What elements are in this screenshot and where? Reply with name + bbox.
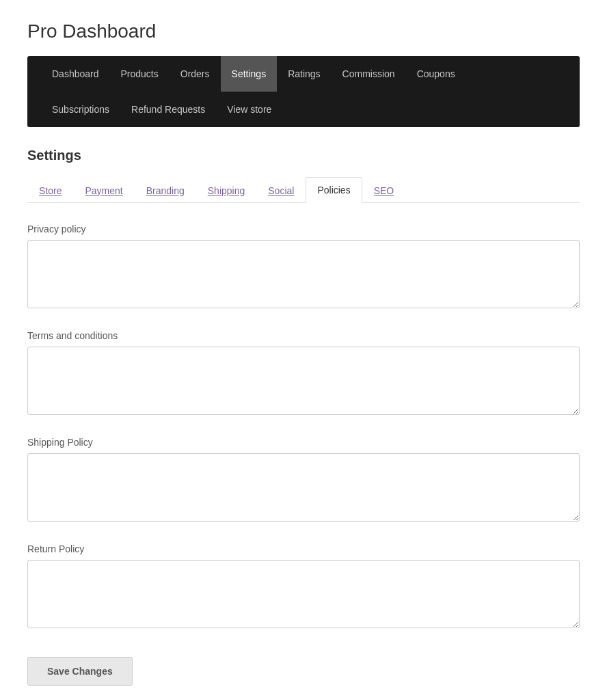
tab-shipping[interactable]: Shipping <box>196 178 257 203</box>
nav-item-subscriptions[interactable]: Subscriptions <box>41 92 120 127</box>
shipping-policy-label: Shipping Policy <box>27 437 580 448</box>
nav-row-2: Subscriptions Refund Requests View store <box>41 92 566 127</box>
nav-item-orders[interactable]: Orders <box>170 56 221 92</box>
nav-item-view-store[interactable]: View store <box>216 92 282 127</box>
tab-payment[interactable]: Payment <box>73 178 134 203</box>
tab-social[interactable]: Social <box>256 178 306 203</box>
return-policy-textarea[interactable] <box>27 560 580 628</box>
shipping-policy-textarea[interactable] <box>27 453 580 522</box>
settings-tabs: Store Payment Branding Shipping Social P… <box>27 177 580 203</box>
return-policy-group: Return Policy <box>27 543 580 631</box>
privacy-policy-textarea[interactable] <box>27 240 580 308</box>
nav-item-products[interactable]: Products <box>110 56 170 92</box>
privacy-policy-label: Privacy policy <box>27 224 580 234</box>
settings-title: Settings <box>27 148 580 163</box>
tab-seo[interactable]: SEO <box>362 178 406 203</box>
tab-policies[interactable]: Policies <box>306 177 362 203</box>
return-policy-label: Return Policy <box>27 543 580 554</box>
nav-item-commission[interactable]: Commission <box>332 56 406 92</box>
nav-item-coupons[interactable]: Coupons <box>406 56 466 92</box>
nav-bar: Dashboard Products Orders Settings Ratin… <box>27 56 580 127</box>
terms-conditions-group: Terms and conditions <box>27 330 580 418</box>
tab-store[interactable]: Store <box>27 178 73 203</box>
settings-section: Settings Store Payment Branding Shipping… <box>27 148 580 686</box>
terms-conditions-textarea[interactable] <box>27 347 580 415</box>
terms-conditions-label: Terms and conditions <box>27 330 580 341</box>
page-title: Pro Dashboard <box>27 21 580 42</box>
nav-row-1: Dashboard Products Orders Settings Ratin… <box>41 56 566 92</box>
shipping-policy-group: Shipping Policy <box>27 437 580 524</box>
tab-branding[interactable]: Branding <box>135 178 196 203</box>
nav-item-dashboard[interactable]: Dashboard <box>41 56 110 92</box>
privacy-policy-group: Privacy policy <box>27 224 580 311</box>
nav-item-ratings[interactable]: Ratings <box>277 56 331 92</box>
nav-item-settings[interactable]: Settings <box>221 56 278 92</box>
nav-item-refund-requests[interactable]: Refund Requests <box>120 92 216 127</box>
save-changes-button[interactable]: Save Changes <box>27 657 133 686</box>
